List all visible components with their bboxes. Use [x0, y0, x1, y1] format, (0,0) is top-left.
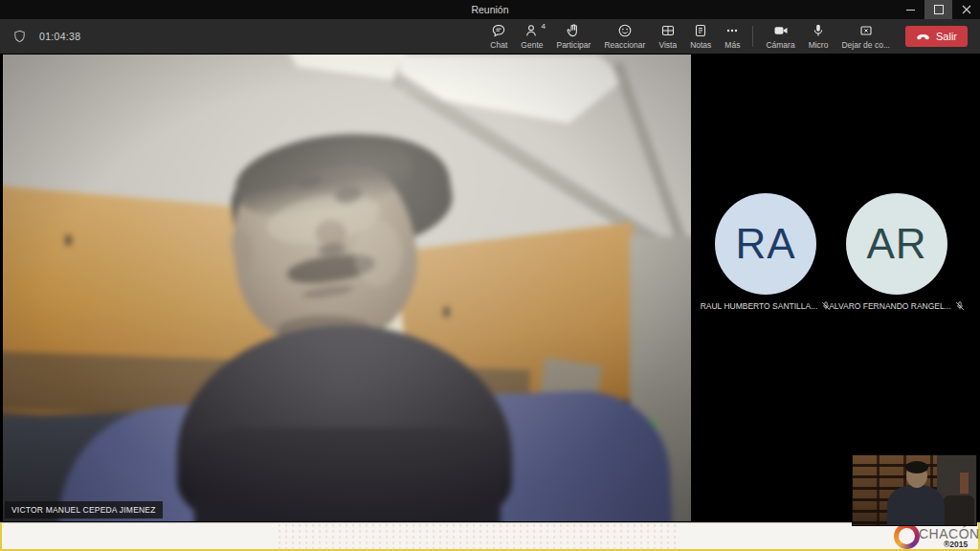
- view-button[interactable]: Vista: [652, 19, 683, 54]
- avatar-initials: AR: [866, 220, 926, 268]
- close-icon: [962, 5, 971, 14]
- phone-hangup-icon: [916, 31, 930, 42]
- people-button[interactable]: 4 Gente: [514, 19, 549, 54]
- teams-meeting-window: Reunión 01:04:38: [0, 0, 980, 551]
- avatar: AR: [846, 193, 947, 295]
- grid-view-icon: [660, 23, 676, 38]
- raise-hand-button[interactable]: Participar: [549, 19, 597, 54]
- meeting-stage: VICTOR MANUEL CEPEDA JIMENEZ RA RAUL HUM…: [0, 54, 980, 522]
- mic-label: Micro: [809, 40, 829, 50]
- speaker-name-label: VICTOR MANUEL CEPEDA JIMENEZ: [5, 501, 163, 518]
- people-count-badge: 4: [541, 22, 545, 31]
- avatar-initials: RA: [735, 220, 795, 268]
- more-button[interactable]: Más: [718, 19, 746, 54]
- avatar: RA: [715, 193, 816, 295]
- notes-icon: [693, 23, 708, 38]
- brand-year-text: ®2015: [944, 540, 968, 549]
- toolbar-divider: [752, 26, 753, 47]
- notes-label: Notas: [690, 40, 711, 50]
- leave-button[interactable]: Salir: [905, 26, 968, 47]
- toolbar-right: Chat 4 Gente Participar: [483, 19, 980, 54]
- maximize-icon: [934, 5, 944, 14]
- camera-button[interactable]: Cámara: [759, 19, 801, 54]
- raised-hand-icon: [566, 23, 581, 38]
- participant-name: RAUL HUMBERTO SANTILLA...: [701, 301, 818, 311]
- toolbar-left: 01:04:38: [12, 29, 80, 44]
- notes-button[interactable]: Notas: [683, 19, 718, 54]
- microphone-icon: [811, 23, 826, 38]
- brand-ring-icon: [894, 523, 920, 549]
- camera-label: Cámara: [766, 40, 794, 50]
- window-title: Reunión: [471, 4, 508, 15]
- meeting-timer: 01:04:38: [39, 31, 80, 42]
- self-view-video[interactable]: [852, 454, 977, 526]
- mic-muted-icon: [955, 301, 965, 311]
- self-view-scene: [853, 455, 976, 525]
- meeting-toolbar: 01:04:38 Chat 4: [0, 19, 980, 54]
- stop-sharing-icon: [858, 23, 874, 38]
- chat-bubble-icon: [491, 23, 506, 38]
- people-label: Gente: [521, 40, 543, 50]
- leave-label: Salir: [936, 31, 957, 42]
- window-controls: [897, 0, 980, 19]
- strip-border-left: [0, 522, 2, 551]
- minimize-button[interactable]: [897, 0, 924, 19]
- camera-icon: [773, 23, 789, 38]
- participant-tile[interactable]: RA RAUL HUMBERTO SANTILLA...: [707, 193, 824, 311]
- stop-sharing-button[interactable]: Dejar de co...: [835, 19, 897, 54]
- minimize-icon: [906, 10, 915, 11]
- people-icon: 4: [524, 23, 540, 38]
- maximize-button[interactable]: [924, 0, 952, 19]
- chat-label: Chat: [490, 40, 507, 50]
- more-dots-icon: [724, 23, 740, 38]
- strip-texture: [278, 523, 679, 549]
- smiley-icon: [617, 23, 633, 38]
- titlebar: Reunión: [0, 0, 980, 19]
- raise-hand-label: Participar: [556, 40, 590, 50]
- main-speaker-video[interactable]: VICTOR MANUEL CEPEDA JIMENEZ: [3, 55, 691, 521]
- react-label: Reaccionar: [604, 40, 645, 50]
- participant-name: ALVARO FERNANDO RANGEL...: [829, 301, 951, 311]
- stop-sharing-label: Dejar de co...: [841, 40, 890, 50]
- more-label: Más: [724, 40, 740, 50]
- brand-logo: JULIO CHACÓN ®2015: [867, 522, 974, 551]
- chat-button[interactable]: Chat: [483, 19, 514, 54]
- view-label: Vista: [658, 40, 677, 50]
- mic-button[interactable]: Micro: [802, 19, 835, 54]
- webcam-scene: [3, 55, 691, 521]
- participant-tile[interactable]: AR ALVARO FERNANDO RANGEL...: [838, 193, 955, 311]
- react-button[interactable]: Reaccionar: [597, 19, 652, 54]
- shield-icon: [12, 29, 27, 44]
- background-window-strip: JULIO CHACÓN ®2015: [0, 522, 980, 551]
- close-button[interactable]: [952, 0, 980, 19]
